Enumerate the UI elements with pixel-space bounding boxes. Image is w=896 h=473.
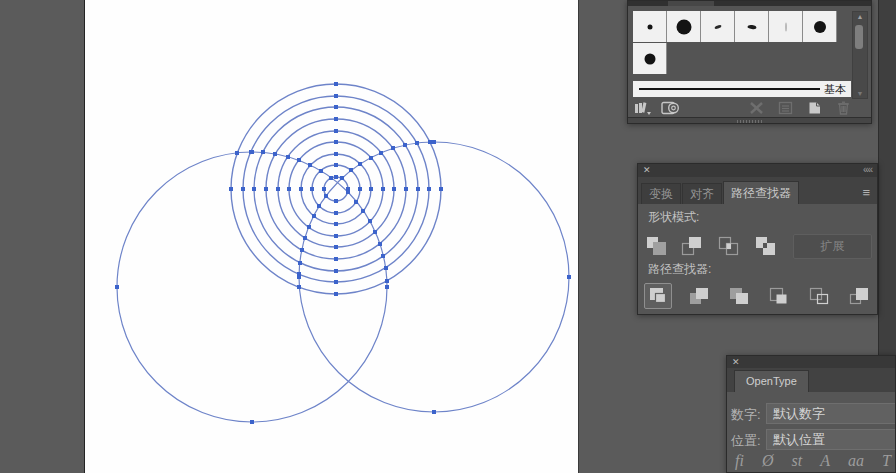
- brush-swatch-dot-small[interactable]: [633, 11, 667, 42]
- anchor-point[interactable]: [308, 163, 312, 167]
- anchor-point[interactable]: [346, 190, 350, 194]
- anchor-point[interactable]: [334, 257, 338, 261]
- divide-button[interactable]: [644, 283, 672, 309]
- stylistic-alternates-icon[interactable]: aa: [848, 452, 864, 470]
- brush-swatch-wedge[interactable]: [701, 11, 735, 42]
- selected-path-circle[interactable]: [231, 84, 441, 294]
- intersect-button[interactable]: [714, 233, 742, 259]
- anchor-point[interactable]: [391, 146, 395, 150]
- anchor-point[interactable]: [379, 151, 383, 155]
- anchor-point[interactable]: [299, 187, 303, 191]
- anchor-point[interactable]: [334, 94, 338, 98]
- brush-swatch-dot-large[interactable]: [667, 11, 701, 42]
- brush-swatch-hairline[interactable]: [769, 11, 803, 42]
- swash-icon[interactable]: A: [820, 452, 830, 470]
- brush-swatch-dot-medium-2[interactable]: [633, 43, 667, 74]
- brush-item-basic[interactable]: 基本: [633, 81, 851, 97]
- anchor-point[interactable]: [373, 230, 377, 234]
- panel-resize-grip[interactable]: [628, 117, 871, 124]
- anchor-point[interactable]: [403, 143, 407, 147]
- anchor-point[interactable]: [368, 219, 372, 223]
- anchor-point[interactable]: [428, 140, 432, 144]
- anchor-point[interactable]: [427, 187, 431, 191]
- anchor-point[interactable]: [334, 245, 338, 249]
- anchor-point[interactable]: [287, 187, 291, 191]
- anchor-point[interactable]: [334, 129, 338, 133]
- discretionary-ligatures-icon[interactable]: st: [792, 452, 803, 470]
- minus-back-button[interactable]: [844, 283, 872, 309]
- collapse-panel-icon[interactable]: «​«: [863, 164, 872, 175]
- anchor-point[interactable]: [358, 187, 362, 191]
- anchor-point[interactable]: [358, 162, 362, 166]
- scroll-up-icon[interactable]: ▲: [853, 13, 867, 20]
- anchor-point[interactable]: [229, 187, 233, 191]
- anchor-point[interactable]: [329, 176, 333, 180]
- tab-transform[interactable]: 变换: [641, 183, 681, 204]
- position-select[interactable]: 默认位置: [766, 429, 896, 450]
- anchor-point[interactable]: [298, 261, 302, 265]
- anchor-point[interactable]: [349, 168, 353, 172]
- anchor-point[interactable]: [378, 242, 382, 246]
- anchor-point[interactable]: [252, 187, 256, 191]
- pathfinder-panel-titlebar[interactable]: ✕ «​«: [638, 164, 877, 177]
- merge-button[interactable]: [724, 283, 752, 309]
- tab-pathfinder[interactable]: 路径查找器: [723, 181, 799, 204]
- anchor-point[interactable]: [334, 269, 338, 273]
- scroll-down-icon[interactable]: ▼: [853, 90, 867, 97]
- anchor-point[interactable]: [404, 187, 408, 191]
- close-icon[interactable]: ✕: [643, 165, 651, 175]
- anchor-point[interactable]: [241, 187, 245, 191]
- anchor-point[interactable]: [310, 187, 314, 191]
- anchor-point[interactable]: [317, 204, 321, 208]
- anchor-point[interactable]: [369, 187, 373, 191]
- anchor-point[interactable]: [416, 187, 420, 191]
- selected-path-circle[interactable]: [243, 96, 429, 282]
- anchor-point[interactable]: [334, 175, 338, 179]
- trim-button[interactable]: [684, 283, 712, 309]
- anchor-point[interactable]: [249, 150, 253, 154]
- anchor-point[interactable]: [303, 236, 307, 240]
- anchor-point[interactable]: [334, 280, 338, 284]
- anchor-point[interactable]: [324, 194, 328, 198]
- anchor-point[interactable]: [432, 410, 436, 414]
- new-brush-icon[interactable]: [807, 101, 825, 115]
- anchor-point[interactable]: [334, 234, 338, 238]
- contextual-alternates-icon[interactable]: Ø: [762, 452, 774, 470]
- anchor-point[interactable]: [297, 285, 301, 289]
- anchor-point[interactable]: [312, 214, 316, 218]
- titling-alternates-icon[interactable]: T: [882, 452, 891, 470]
- anchor-point[interactable]: [307, 225, 311, 229]
- anchor-point[interactable]: [385, 285, 389, 289]
- cc-libraries-icon[interactable]: [661, 101, 679, 115]
- anchor-point[interactable]: [334, 152, 338, 156]
- brush-libraries-icon[interactable]: [634, 101, 652, 115]
- anchor-point[interactable]: [297, 158, 301, 162]
- brushes-scrollbar[interactable]: ▲ ▼: [852, 11, 868, 99]
- anchor-point[interactable]: [334, 140, 338, 144]
- anchor-point[interactable]: [385, 279, 389, 283]
- anchor-point[interactable]: [415, 141, 419, 145]
- anchor-point[interactable]: [319, 169, 323, 173]
- expand-button[interactable]: 扩展: [793, 234, 872, 259]
- exclude-button[interactable]: [751, 233, 779, 259]
- anchor-point[interactable]: [334, 211, 338, 215]
- anchor-point[interactable]: [384, 266, 388, 270]
- anchor-point[interactable]: [381, 254, 385, 258]
- anchor-point[interactable]: [334, 82, 338, 86]
- close-icon[interactable]: ✕: [732, 357, 740, 367]
- anchor-point[interactable]: [264, 187, 268, 191]
- anchor-point[interactable]: [567, 275, 571, 279]
- opentype-panel-titlebar[interactable]: ✕: [727, 356, 895, 368]
- anchor-point[interactable]: [439, 187, 443, 191]
- tab-opentype[interactable]: OpenType: [734, 370, 809, 392]
- anchor-point[interactable]: [322, 187, 326, 191]
- anchor-point[interactable]: [300, 248, 304, 252]
- minus-front-button[interactable]: [677, 233, 705, 259]
- anchor-point[interactable]: [354, 200, 358, 204]
- anchor-point[interactable]: [334, 222, 338, 226]
- scrollbar-thumb[interactable]: [855, 25, 863, 49]
- anchor-point[interactable]: [261, 150, 265, 154]
- anchor-point[interactable]: [334, 117, 338, 121]
- anchor-point[interactable]: [381, 187, 385, 191]
- brush-swatch-dot-medium[interactable]: [803, 11, 837, 42]
